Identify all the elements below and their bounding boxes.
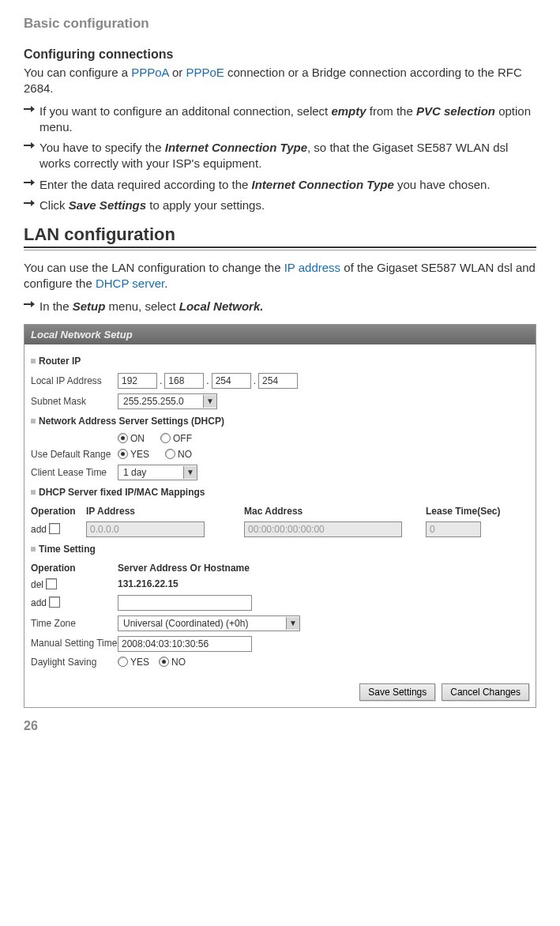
lan-paragraph: You can use the LAN configuration to cha…: [24, 260, 536, 292]
bullet-text: In the Setup menu, select Local Network.: [39, 299, 263, 314]
square-icon: [31, 547, 36, 551]
text: Time Setting: [39, 544, 96, 555]
col-server: Server Address Or Hostname: [118, 563, 529, 574]
link-dhcp-server[interactable]: DHCP server: [96, 277, 164, 290]
select-value: Universal (Coordinated) (+0h): [118, 616, 286, 631]
fixed-mappings-header: DHCP Server fixed IP/MAC Mappings: [31, 487, 529, 498]
text: Network Address Server Settings (DHCP): [39, 416, 224, 427]
dhcp-header: Network Address Server Settings (DHCP): [31, 416, 529, 427]
bullet-text: You have to specify the Internet Connect…: [39, 140, 536, 172]
text: menu, select: [105, 299, 179, 313]
text: You have to specify the: [39, 141, 165, 154]
del-checkbox[interactable]: [46, 578, 57, 589]
subnet-select[interactable]: 255.255.255.0 ▼: [118, 393, 217, 409]
arrow-icon: [24, 198, 39, 213]
add-checkbox[interactable]: [49, 523, 60, 534]
bullet-3: Enter the data required according to the…: [24, 177, 536, 193]
manual-time-input[interactable]: [118, 636, 252, 652]
time-setting-header: Time Setting: [31, 544, 529, 555]
lan-heading: LAN configuration: [24, 224, 536, 245]
add-checkbox[interactable]: [49, 597, 60, 608]
radio-range-no[interactable]: [165, 449, 175, 459]
bullet-text: Enter the data required according to the…: [39, 177, 490, 193]
configuring-title: Configuring connections: [24, 47, 536, 62]
col-mac: Mac Address: [244, 506, 426, 517]
del-label: del: [31, 579, 43, 590]
bullet-4: Click Save Settings to apply your settin…: [24, 198, 536, 213]
radio-label: YES: [130, 449, 149, 460]
ip-octet-1[interactable]: [118, 373, 157, 389]
cancel-changes-button[interactable]: Cancel Changes: [442, 683, 529, 701]
text: or: [169, 66, 186, 79]
text: DHCP Server fixed IP/MAC Mappings: [39, 487, 205, 498]
server-hostname-input[interactable]: [118, 595, 252, 611]
text: Enter the data required according to the: [39, 178, 252, 191]
text: to apply your settings.: [146, 198, 265, 212]
timezone-select[interactable]: Universal (Coordinated) (+0h) ▼: [118, 615, 300, 631]
ip-octet-2[interactable]: [164, 373, 204, 389]
page-number: 26: [24, 719, 536, 733]
radio-dhcp-on[interactable]: [118, 433, 128, 443]
text-bold: Internet Connection Type: [252, 178, 394, 191]
text: .: [164, 277, 167, 290]
subnet-label: Subnet Mask: [31, 396, 118, 407]
link-pppoa[interactable]: PPPoA: [131, 66, 169, 79]
text: If you want to configure an additonal co…: [39, 104, 331, 118]
mapping-mac-input[interactable]: [244, 521, 402, 537]
save-settings-button[interactable]: Save Settings: [359, 683, 435, 701]
square-icon: [31, 359, 36, 363]
divider: [24, 247, 536, 250]
select-value: 255.255.255.0: [118, 394, 203, 408]
time-row-del: del 131.216.22.15: [31, 578, 529, 590]
text: In the: [39, 299, 73, 313]
arrow-icon: [24, 177, 39, 193]
dropdown-icon: ▼: [203, 395, 216, 408]
add-label: add: [31, 597, 47, 608]
server-ip-value: 131.216.22.15: [118, 578, 179, 589]
text-bold: Internet Connection Type: [165, 141, 307, 154]
time-row-add: add: [31, 595, 529, 611]
col-operation: Operation: [31, 506, 86, 517]
square-icon: [31, 490, 36, 495]
text: Click: [39, 198, 69, 212]
time-table-header: Operation Server Address Or Hostname: [31, 563, 529, 574]
text-bold: Local Network.: [179, 299, 264, 313]
radio-label: YES: [130, 657, 149, 668]
mapping-ip-input[interactable]: [86, 521, 205, 537]
intro-paragraph: You can configure a PPPoA or PPPoE conne…: [24, 65, 536, 97]
radio-range-yes[interactable]: [118, 449, 128, 459]
bullet-text: If you want to configure an additonal co…: [39, 104, 536, 136]
mapping-row-add: add: [31, 521, 529, 537]
radio-label: ON: [130, 433, 145, 444]
default-range-label: Use Default Range: [31, 449, 118, 460]
square-icon: [31, 419, 36, 423]
text-bold: PVC selection: [416, 104, 495, 118]
text: You can use the LAN configuration to cha…: [24, 261, 284, 274]
link-pppoe[interactable]: PPPoE: [186, 66, 224, 79]
lease-time-label: Client Lease Time: [31, 467, 118, 478]
manual-time-label: Manual Setting Time: [31, 638, 118, 649]
local-network-setup-panel: Local Network Setup Router IP Local IP A…: [24, 324, 536, 708]
mapping-lease-input[interactable]: [426, 521, 481, 537]
add-label: add: [31, 524, 47, 535]
arrow-icon: [24, 140, 39, 172]
col-operation: Operation: [31, 563, 118, 574]
radio-daylight-no[interactable]: [159, 657, 169, 667]
col-lease: Lease Time(Sec): [426, 506, 521, 517]
radio-daylight-yes[interactable]: [118, 657, 128, 667]
dropdown-icon: ▼: [286, 617, 299, 630]
ip-octet-4[interactable]: [258, 373, 298, 389]
text: You can configure a: [24, 66, 131, 79]
bullet-2: You have to specify the Internet Connect…: [24, 140, 536, 172]
page-header: Basic configuration: [24, 16, 536, 32]
dropdown-icon: ▼: [183, 466, 197, 479]
radio-label: OFF: [173, 433, 192, 444]
arrow-icon: [24, 104, 39, 136]
lease-time-select[interactable]: 1 day ▼: [118, 465, 197, 480]
link-ip-address[interactable]: IP address: [284, 261, 340, 274]
ip-octet-3[interactable]: [212, 373, 251, 389]
radio-label: NO: [178, 449, 192, 460]
bullet-text: Click Save Settings to apply your settin…: [39, 198, 265, 213]
radio-dhcp-off[interactable]: [160, 433, 171, 443]
router-ip-header: Router IP: [31, 356, 529, 367]
